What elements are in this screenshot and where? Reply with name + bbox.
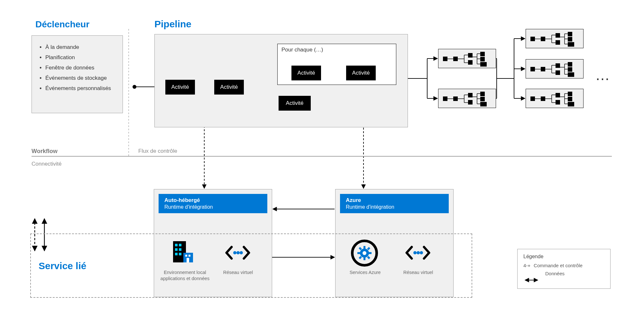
selfhosted-title: Auto-hébergé	[164, 197, 262, 204]
trigger-item: Événements de stockage	[38, 75, 117, 81]
selfhosted-header: Auto-hébergé Runtime d'intégration	[159, 194, 267, 213]
connectivity-label: Connectivité	[32, 161, 62, 167]
trigger-box: À la demande Planification Fenêtre de do…	[32, 35, 123, 113]
legend-title: Légende	[523, 254, 604, 260]
trigger-title: Déclencheur	[35, 19, 89, 30]
workflow-label: Workflow	[32, 148, 58, 155]
activity-box: Activité	[214, 80, 244, 95]
mini-pipeline	[526, 29, 584, 48]
trigger-item: Fenêtre de données	[38, 65, 117, 71]
activity-box: Activité	[291, 66, 321, 80]
azure-title: Azure	[346, 197, 443, 204]
flow-control-label: Flux de contrôle	[138, 148, 177, 154]
mini-pipeline	[526, 59, 584, 78]
trigger-item: À la demande	[38, 44, 117, 50]
activity-box: Activité	[165, 80, 195, 95]
mini-pipeline	[438, 49, 496, 68]
legend-cmd-row: 4-+ Commande et contrôle	[523, 263, 604, 268]
legend-data-label: Données	[545, 271, 565, 276]
selfhosted-subtitle: Runtime d'intégration	[164, 204, 262, 210]
legend-cmd-prefix: 4-+	[523, 263, 530, 268]
mini-pipeline	[526, 89, 584, 108]
legend-cmd-label: Commande et contrôle	[534, 263, 583, 268]
legend-data-row: Données	[523, 271, 604, 276]
trigger-list: À la demande Planification Fenêtre de do…	[32, 36, 123, 100]
svg-point-0	[133, 85, 136, 89]
azure-header: Azure Runtime d'intégration	[340, 194, 449, 213]
mini-pipeline	[438, 89, 496, 108]
activity-box: Activité	[279, 96, 311, 111]
ellipsis: …	[595, 66, 609, 84]
activity-box: Activité	[346, 66, 376, 80]
linked-service-title: Service lié	[39, 260, 86, 271]
linked-service-box	[30, 233, 472, 298]
trigger-item: Événements personnalisés	[38, 85, 117, 92]
azure-subtitle: Runtime d'intégration	[346, 204, 443, 210]
trigger-item: Planification	[38, 54, 117, 61]
legend-box: Légende 4-+ Commande et contrôle Données	[517, 249, 611, 289]
foreach-label: Pour chaque (…)	[278, 44, 396, 56]
pipeline-title: Pipeline	[154, 19, 191, 30]
